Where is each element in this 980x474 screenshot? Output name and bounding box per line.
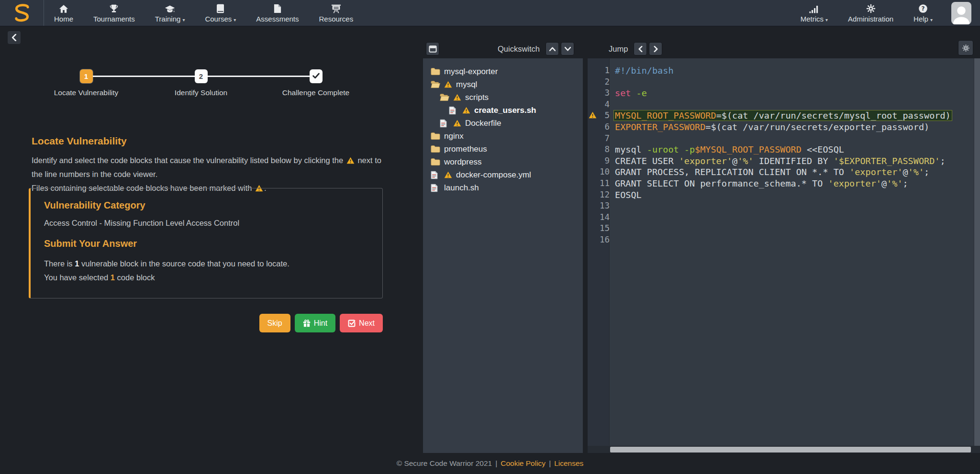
nav-item-resources[interactable]: Resources [309, 0, 364, 26]
quickswitch-label: Quickswitch [498, 44, 540, 54]
nav-item-label: Home [54, 15, 73, 23]
tree-item-scripts[interactable]: scripts [431, 91, 580, 104]
check-square-icon [348, 320, 356, 327]
line-number: 16 [598, 234, 610, 246]
nav-item-assessments[interactable]: Assessments [246, 0, 309, 26]
code-workspace: Quickswitch Jump [423, 26, 980, 453]
line-number: 2 [598, 77, 610, 88]
nav-item-label: Help▾ [913, 15, 933, 23]
nav-item-label: Administration [848, 15, 893, 23]
easel-icon [331, 4, 341, 13]
warning-icon [444, 171, 452, 178]
tree-item-label: docker-compose.yml [456, 170, 531, 180]
jump-next-button[interactable] [649, 42, 662, 55]
line-number: 8 [598, 144, 610, 155]
quickswitch-up-button[interactable] [546, 42, 559, 55]
nav-item-label: Courses▾ [205, 15, 236, 23]
code-line-11: 11GRANT SELECT ON performance_schema.* T… [588, 178, 980, 189]
button-label: Skip [267, 319, 282, 328]
footer-separator: | [549, 459, 551, 468]
tree-item-label: scripts [465, 93, 489, 102]
quickswitch-down-button[interactable] [561, 42, 574, 55]
licenses-link[interactable]: Licenses [554, 459, 583, 468]
avatar [951, 2, 971, 24]
warning-icon [462, 107, 470, 114]
selected-code-block[interactable]: MYSQL_ROOT_PASSWORD=$(cat /var/run/secre… [614, 110, 952, 121]
line-number: 9 [598, 155, 610, 167]
folder-open-icon [431, 80, 440, 89]
cookie-policy-link[interactable]: Cookie Policy [501, 459, 546, 468]
tree-item-create-users-sh[interactable]: create_users.sh [431, 104, 580, 117]
code-line-14: 14 [588, 212, 980, 223]
file-icon [440, 119, 449, 128]
tree-item-nginx[interactable]: nginx [431, 130, 580, 143]
caret-down-icon: ▾ [234, 17, 236, 22]
stepper-step-1: 1Locate Vulnerability [29, 69, 144, 97]
tree-item-label: mysql-exporter [444, 67, 498, 77]
code-line-10: 10GRANT PROCESS, REPLICATION CLIENT ON *… [588, 166, 980, 178]
nav-item-label: Assessments [256, 15, 299, 23]
skip-button[interactable]: Skip [259, 314, 290, 332]
hint-button[interactable]: Hint [295, 314, 335, 332]
warning-icon [453, 94, 461, 101]
folder-icon [431, 158, 440, 166]
nav-item-label: Training▾ [155, 15, 185, 23]
maximize-button[interactable] [426, 42, 439, 55]
horizontal-scrollbar-thumb[interactable] [610, 447, 971, 452]
line-number: 5 [598, 110, 610, 121]
tree-item-wordpress[interactable]: wordpress [431, 155, 580, 168]
check-icon [312, 72, 320, 80]
next-button[interactable]: Next [340, 314, 383, 332]
line-number: 6 [598, 121, 610, 133]
tree-item-dockerfile[interactable]: Dockerfile [431, 117, 580, 130]
code-line-9: 9CREATE USER 'exporter'@'%' IDENTIFIED B… [588, 155, 980, 167]
step-label: Identify Solution [175, 88, 227, 97]
navbar-right-group: Metrics▾Administration?Help▾ [791, 0, 943, 26]
nav-item-tournaments[interactable]: Tournaments [83, 0, 145, 26]
tree-item-mysql[interactable]: mysql [431, 78, 580, 91]
page-footer: © Secure Code Warrior 2021 | Cookie Poli… [0, 453, 980, 474]
tree-item-mysql-exporter[interactable]: mysql-exporter [431, 65, 580, 78]
line-number: 14 [598, 212, 610, 223]
code-line-1: 1#!/bin/bash [588, 65, 980, 77]
folder-open-icon [440, 93, 449, 102]
vertical-scrollbar[interactable] [974, 58, 980, 446]
editor-settings-button[interactable] [958, 40, 973, 55]
back-button[interactable] [8, 31, 21, 44]
nav-item-training[interactable]: Training▾ [145, 0, 195, 26]
selectable-block-warning-icon[interactable] [589, 110, 597, 121]
warning-icon [346, 154, 355, 162]
nav-item-metrics[interactable]: Metrics▾ [791, 0, 838, 26]
scw-logo[interactable] [0, 0, 44, 26]
nav-item-label: Resources [319, 15, 354, 23]
tree-item-label: wordpress [444, 157, 481, 167]
line-number: 4 [598, 99, 610, 110]
person-icon [951, 2, 971, 24]
instruction-line: Identify and select the code blocks that… [32, 154, 393, 181]
jump-prev-button[interactable] [634, 42, 647, 55]
gear-icon [866, 4, 876, 13]
tree-item-label: Dockerfile [465, 119, 501, 128]
nav-item-home[interactable]: Home [44, 0, 83, 26]
nav-item-help[interactable]: ?Help▾ [903, 0, 943, 26]
horizontal-scrollbar[interactable] [588, 446, 980, 453]
code-line-16: 16 [588, 234, 980, 246]
user-avatar-button[interactable] [943, 0, 980, 26]
submit-title: Submit Your Answer [44, 238, 369, 249]
trophy-icon [109, 4, 119, 13]
vulnerability-category-box: Vulnerability Category Access Control - … [29, 188, 383, 298]
shield-s-icon [11, 2, 33, 24]
tree-item-prometheus[interactable]: prometheus [431, 143, 580, 155]
tree-item-label: create_users.sh [474, 106, 536, 115]
tree-item-launch-sh[interactable]: launch.sh [431, 181, 580, 194]
nav-item-administration[interactable]: Administration [838, 0, 903, 26]
chevron-down-icon [565, 47, 571, 51]
step-label: Challenge Complete [282, 88, 349, 97]
document-icon [274, 4, 281, 13]
home-icon [59, 4, 68, 13]
caret-down-icon: ▾ [930, 17, 933, 22]
nav-item-courses[interactable]: Courses▾ [195, 0, 246, 26]
gift-icon [303, 320, 311, 327]
challenge-actions: SkipHintNext [29, 314, 383, 332]
tree-item-docker-compose-yml[interactable]: docker-compose.yml [431, 168, 580, 181]
